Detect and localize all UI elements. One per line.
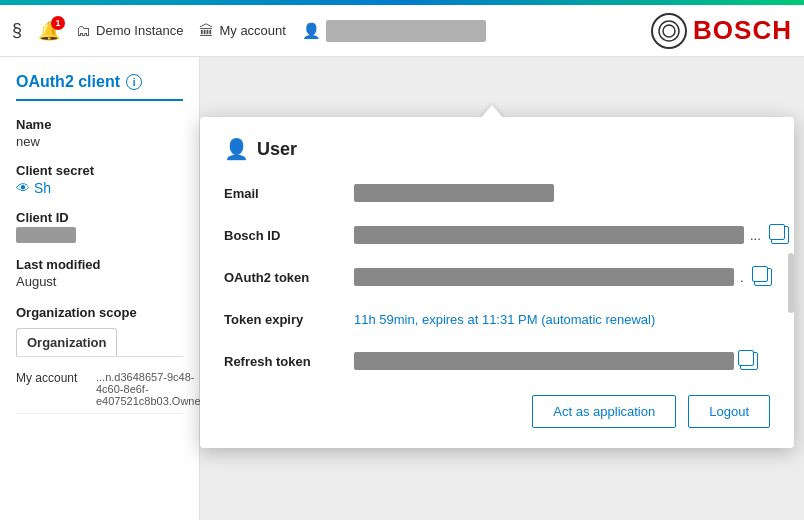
- table-col-account: My account: [16, 371, 96, 407]
- bottom-table: My account ...n.d3648657-9c48-4c60-8e6f-…: [16, 356, 183, 422]
- bosch-logo: BOSCH: [651, 13, 792, 49]
- svg-point-0: [659, 21, 679, 41]
- user-name-bar: [326, 20, 486, 42]
- left-panel: OAuth2 client i Name new Client secret 👁…: [0, 57, 200, 520]
- section-icon[interactable]: §: [12, 20, 22, 41]
- bosch-circle-logo: [651, 13, 687, 49]
- bosch-id-value: ...: [354, 226, 789, 244]
- bosch-id-label: Bosch ID: [224, 228, 354, 243]
- email-data-bar: [354, 184, 554, 202]
- my-account-label: My account: [219, 23, 285, 38]
- client-secret-field-row: Client secret 👁 Sh: [16, 163, 183, 196]
- show-secret-link[interactable]: 👁 Sh: [16, 180, 183, 196]
- main-content: OAuth2 client i Name new Client secret 👁…: [0, 57, 804, 520]
- table-row: My account ...n.d3648657-9c48-4c60-8e6f-…: [16, 365, 183, 414]
- act-as-application-button[interactable]: Act as application: [532, 395, 676, 428]
- user-profile-nav[interactable]: 👤: [302, 20, 486, 42]
- popup-arrow: [480, 105, 504, 119]
- person-icon: 👤: [302, 22, 321, 40]
- refresh-token-label: Refresh token: [224, 354, 354, 369]
- last-modified-field-row: Last modified August: [16, 257, 183, 289]
- refresh-token-value: [354, 352, 770, 370]
- eye-icon: 👁: [16, 180, 30, 196]
- bosch-id-data-bar: [354, 226, 744, 244]
- token-expiry-label: Token expiry: [224, 312, 354, 327]
- last-modified-value: August: [16, 274, 183, 289]
- refresh-token-copy-icon[interactable]: [740, 352, 758, 370]
- client-id-value: [16, 227, 76, 243]
- email-value: [354, 184, 770, 202]
- oauth2-token-data-bar: [354, 268, 734, 286]
- name-label: Name: [16, 117, 183, 132]
- org-scope-section: Organization scope Organization: [16, 305, 183, 356]
- bosch-id-copy-icon[interactable]: [771, 226, 789, 244]
- svg-point-1: [663, 25, 675, 37]
- popup-title-row: 👤 User: [224, 137, 770, 161]
- token-expiry-row: Token expiry 11h 59min, expires at 11:31…: [224, 305, 770, 333]
- name-value: new: [16, 134, 183, 149]
- user-popup: 👤 User Email Bosch ID ... OAuth2 token .: [200, 117, 794, 448]
- client-secret-label: Client secret: [16, 163, 183, 178]
- email-label: Email: [224, 186, 354, 201]
- oauth2-token-label: OAuth2 token: [224, 270, 354, 285]
- org-scope-title: Organization scope: [16, 305, 183, 320]
- oauth2-token-copy-icon[interactable]: [754, 268, 772, 286]
- oauth2-client-title: OAuth2 client: [16, 73, 120, 91]
- nav-left: § 🔔 1 🗂 Demo Instance 🏛 My account 👤: [12, 20, 635, 42]
- notifications-bell[interactable]: 🔔 1: [38, 20, 60, 42]
- panel-title: OAuth2 client i: [16, 73, 183, 101]
- bosch-id-row: Bosch ID ...: [224, 221, 770, 249]
- token-expiry-text: 11h 59min, expires at 11:31 PM (automati…: [354, 312, 655, 327]
- popup-actions: Act as application Logout: [224, 395, 770, 428]
- refresh-token-data-bar: [354, 352, 734, 370]
- name-field-row: Name new: [16, 117, 183, 149]
- refresh-token-row: Refresh token: [224, 347, 770, 375]
- show-label: Sh: [34, 180, 51, 196]
- demo-instance-nav[interactable]: 🗂 Demo Instance: [76, 22, 183, 39]
- popup-title-text: User: [257, 139, 297, 160]
- info-icon[interactable]: i: [126, 74, 142, 90]
- client-id-field-row: Client ID: [16, 210, 183, 243]
- bosch-id-ellipsis: ...: [750, 228, 761, 243]
- bosch-wordmark: BOSCH: [693, 15, 792, 46]
- last-modified-label: Last modified: [16, 257, 183, 272]
- my-account-nav[interactable]: 🏛 My account: [199, 22, 285, 39]
- folder-icon: 🗂: [76, 22, 91, 39]
- notification-badge: 1: [51, 16, 65, 30]
- oauth2-token-row: OAuth2 token .: [224, 263, 770, 291]
- org-tab[interactable]: Organization: [16, 328, 117, 356]
- oauth2-token-ellipsis: .: [740, 270, 744, 285]
- building-icon: 🏛: [199, 22, 214, 39]
- scrollbar[interactable]: [788, 253, 794, 313]
- email-row: Email: [224, 179, 770, 207]
- token-expiry-value: 11h 59min, expires at 11:31 PM (automati…: [354, 312, 770, 327]
- demo-instance-label: Demo Instance: [96, 23, 183, 38]
- client-id-label: Client ID: [16, 210, 183, 225]
- popup-user-icon: 👤: [224, 137, 249, 161]
- logout-button[interactable]: Logout: [688, 395, 770, 428]
- table-col-id: ...n.d3648657-9c48-4c60-8e6f-e407521c8b0…: [96, 371, 204, 407]
- oauth2-token-value: .: [354, 268, 772, 286]
- top-nav: § 🔔 1 🗂 Demo Instance 🏛 My account 👤 BOS…: [0, 5, 804, 57]
